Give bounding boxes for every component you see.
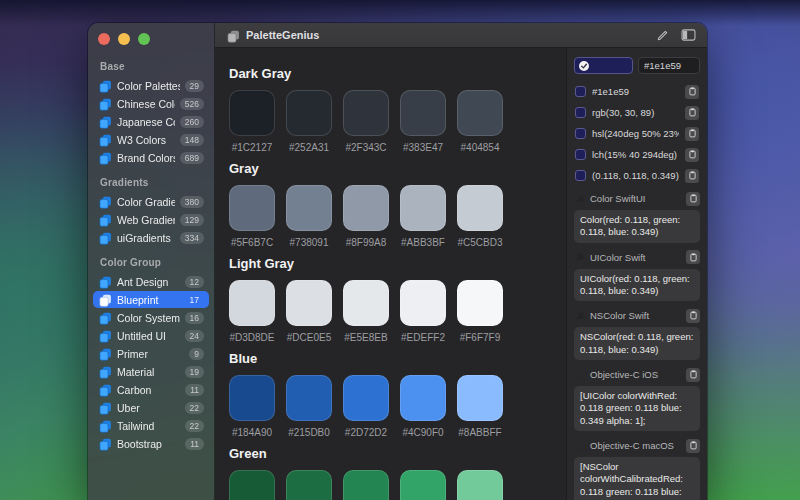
palette-doc-icon [99, 195, 112, 208]
swatch-hex-label: #252A31 [286, 142, 332, 153]
color-swatch[interactable] [400, 280, 446, 326]
sidebar-item-uigradients[interactable]: uiGradients334 [93, 229, 209, 246]
palette-doc-icon [99, 437, 112, 450]
color-swatch[interactable] [457, 280, 503, 326]
copy-icon[interactable] [685, 106, 699, 120]
swatch-cell [343, 470, 389, 500]
copy-icon[interactable] [685, 127, 699, 141]
sidebar-item-color-palettes[interactable]: Color Palettes29 [93, 77, 209, 94]
color-swatch[interactable] [400, 470, 446, 500]
color-swatch[interactable] [457, 470, 503, 500]
swatch-hex-label: #D3D8DE [229, 332, 275, 343]
copy-icon[interactable] [686, 192, 700, 206]
color-swatch[interactable] [286, 470, 332, 500]
sidebar-item-blueprint[interactable]: Blueprint17 [93, 291, 209, 308]
sidebar-item-carbon[interactable]: Carbon11 [93, 381, 209, 398]
copy-icon[interactable] [686, 439, 700, 453]
count-badge: 19 [185, 366, 204, 378]
sidebar-toggle-icon[interactable] [679, 27, 697, 43]
color-swatch[interactable] [343, 470, 389, 500]
zoom-button[interactable] [138, 33, 150, 45]
minimize-button[interactable] [118, 33, 130, 45]
sidebar-item-w3-colors[interactable]: W3 Colors148 [93, 131, 209, 148]
swatch-hex-label: #404854 [457, 142, 503, 153]
sidebar-item-tailwind[interactable]: Tailwind22 [93, 417, 209, 434]
swatch-row: #184A90#215DB0#2D72D2#4C90F0#8ABBFF [229, 375, 552, 438]
sidebar-item-color-gradients[interactable]: Color Gradients380 [93, 193, 209, 210]
copy-icon[interactable] [686, 309, 700, 323]
sidebar-item-chinese-colors[interactable]: Chinese Colors526 [93, 95, 209, 112]
color-swatch[interactable] [286, 185, 332, 231]
color-swatch[interactable] [286, 90, 332, 136]
sidebar-item-label: uiGradients [117, 232, 175, 244]
format-value: rgb(30, 30, 89) [592, 107, 679, 118]
sidebar-item-ant-design[interactable]: Ant Design12 [93, 273, 209, 290]
phone-icon [574, 369, 586, 381]
color-swatch[interactable] [229, 470, 275, 500]
copy-icon[interactable] [686, 250, 700, 264]
swatch-hex-label: #383E47 [400, 142, 446, 153]
count-badge: 148 [180, 134, 204, 146]
sidebar-item-label: W3 Colors [117, 134, 175, 146]
sidebar-item-material[interactable]: Material19 [93, 363, 209, 380]
app-icon [227, 29, 240, 42]
format-row: hsl(240deg 50% 23%) [575, 125, 699, 142]
color-swatch[interactable] [400, 90, 446, 136]
sidebar-item-web-gradients[interactable]: Web Gradients129 [93, 211, 209, 228]
color-swatch[interactable] [343, 375, 389, 421]
sidebar-item-bootstrap[interactable]: Bootstrap11 [93, 435, 209, 452]
color-swatch[interactable] [229, 185, 275, 231]
color-swatch[interactable] [343, 90, 389, 136]
copy-icon[interactable] [685, 85, 699, 99]
sidebar-item-brand-colors[interactable]: Brand Colors689 [93, 149, 209, 166]
color-well-button[interactable] [574, 57, 633, 74]
color-swatch[interactable] [229, 280, 275, 326]
snippet-code[interactable]: NSColor(red: 0.118, green: 0.118, blue: … [574, 327, 700, 360]
swatch-hex-label: #2D72D2 [343, 427, 389, 438]
sidebar-item-japanese-color[interactable]: Japanese Color260 [93, 113, 209, 130]
hex-input[interactable] [638, 57, 700, 74]
swatch-cell: #4C90F0 [400, 375, 446, 438]
snippet-code[interactable]: [UIColor colorWithRed: 0.118 green: 0.11… [574, 386, 700, 431]
snippet-code[interactable]: UIColor(red: 0.118, green: 0.118, blue: … [574, 269, 700, 302]
sidebar-item-label: Japanese Color [117, 116, 175, 128]
format-color-chip [575, 170, 586, 181]
sidebar-item-uber[interactable]: Uber22 [93, 399, 209, 416]
snippet-code[interactable]: [NSColor colorWithCalibratedRed: 0.118 g… [574, 457, 700, 500]
swatch-cell [400, 470, 446, 500]
sidebar-item-label: Color Palettes [117, 80, 180, 92]
color-swatch[interactable] [286, 375, 332, 421]
count-badge: 260 [180, 116, 204, 128]
color-swatch[interactable] [400, 375, 446, 421]
swatch-hex-label: #738091 [286, 237, 332, 248]
close-button[interactable] [98, 33, 110, 45]
sidebar-item-label: Blueprint [117, 294, 180, 306]
swatch-cell: #2F343C [343, 90, 389, 153]
swatch-cell: #404854 [457, 90, 503, 153]
sidebar-item-label: Web Gradients [117, 214, 175, 226]
color-swatch[interactable] [229, 375, 275, 421]
copy-icon[interactable] [685, 148, 699, 162]
sidebar-item-label: Uber [117, 402, 180, 414]
color-swatch[interactable] [457, 375, 503, 421]
sidebar-item-primer[interactable]: Primer9 [93, 345, 209, 362]
color-swatch[interactable] [343, 185, 389, 231]
snippet-label: Objective-C iOS [590, 369, 682, 380]
titlebar[interactable]: PaletteGenius [215, 23, 707, 48]
swatch-row [229, 470, 552, 500]
sidebar-item-untitled-ui[interactable]: Untitled UI24 [93, 327, 209, 344]
snippet-header: UIColor Swift [574, 250, 700, 265]
pencil-icon[interactable] [653, 27, 671, 43]
color-swatch[interactable] [457, 90, 503, 136]
snippet-code[interactable]: Color(red: 0.118, green: 0.118, blue: 0.… [574, 210, 700, 243]
color-swatch[interactable] [286, 280, 332, 326]
color-swatch[interactable] [457, 185, 503, 231]
copy-icon[interactable] [686, 368, 700, 382]
sidebar-item-color-system[interactable]: Color System16 [93, 309, 209, 326]
copy-icon[interactable] [685, 169, 699, 183]
color-swatch[interactable] [400, 185, 446, 231]
swatch-cell [229, 470, 275, 500]
swatch-row: #D3D8DE#DCE0E5#E5E8EB#EDEFF2#F6F7F9 [229, 280, 552, 343]
color-swatch[interactable] [229, 90, 275, 136]
color-swatch[interactable] [343, 280, 389, 326]
